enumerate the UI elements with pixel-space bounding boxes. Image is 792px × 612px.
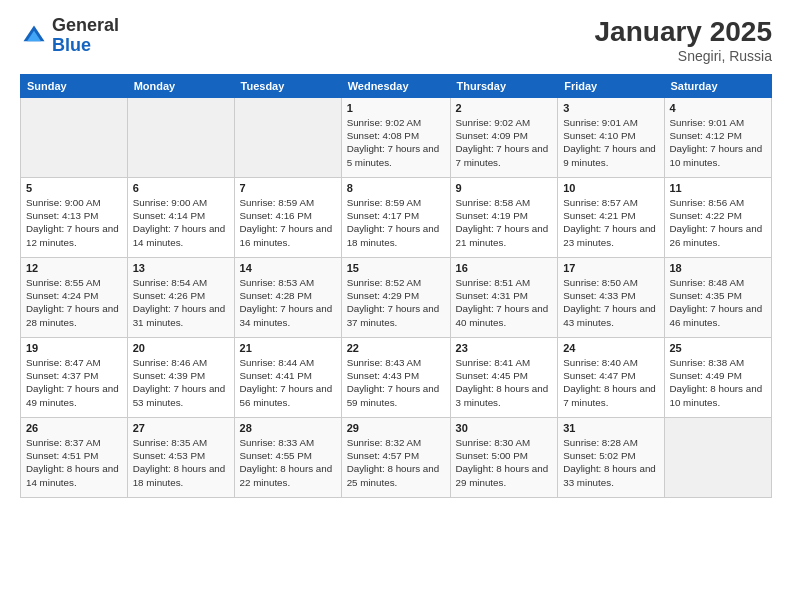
logo-icon	[20, 22, 48, 50]
day-info: Sunrise: 8:52 AM Sunset: 4:29 PM Dayligh…	[347, 276, 445, 329]
calendar-cell: 14Sunrise: 8:53 AM Sunset: 4:28 PM Dayli…	[234, 258, 341, 338]
calendar-cell: 27Sunrise: 8:35 AM Sunset: 4:53 PM Dayli…	[127, 418, 234, 498]
day-number: 3	[563, 102, 658, 114]
calendar-cell: 28Sunrise: 8:33 AM Sunset: 4:55 PM Dayli…	[234, 418, 341, 498]
calendar-cell: 12Sunrise: 8:55 AM Sunset: 4:24 PM Dayli…	[21, 258, 128, 338]
col-thursday: Thursday	[450, 75, 558, 98]
week-row-4: 19Sunrise: 8:47 AM Sunset: 4:37 PM Dayli…	[21, 338, 772, 418]
week-row-5: 26Sunrise: 8:37 AM Sunset: 4:51 PM Dayli…	[21, 418, 772, 498]
day-number: 9	[456, 182, 553, 194]
calendar-cell: 5Sunrise: 9:00 AM Sunset: 4:13 PM Daylig…	[21, 178, 128, 258]
week-row-3: 12Sunrise: 8:55 AM Sunset: 4:24 PM Dayli…	[21, 258, 772, 338]
day-info: Sunrise: 8:30 AM Sunset: 5:00 PM Dayligh…	[456, 436, 553, 489]
day-number: 31	[563, 422, 658, 434]
day-number: 18	[670, 262, 767, 274]
day-number: 16	[456, 262, 553, 274]
day-info: Sunrise: 8:40 AM Sunset: 4:47 PM Dayligh…	[563, 356, 658, 409]
day-number: 23	[456, 342, 553, 354]
day-info: Sunrise: 9:00 AM Sunset: 4:13 PM Dayligh…	[26, 196, 122, 249]
day-number: 6	[133, 182, 229, 194]
col-tuesday: Tuesday	[234, 75, 341, 98]
day-info: Sunrise: 8:41 AM Sunset: 4:45 PM Dayligh…	[456, 356, 553, 409]
day-number: 13	[133, 262, 229, 274]
day-info: Sunrise: 8:38 AM Sunset: 4:49 PM Dayligh…	[670, 356, 767, 409]
calendar-cell: 4Sunrise: 9:01 AM Sunset: 4:12 PM Daylig…	[664, 98, 772, 178]
day-number: 20	[133, 342, 229, 354]
calendar-cell: 2Sunrise: 9:02 AM Sunset: 4:09 PM Daylig…	[450, 98, 558, 178]
day-number: 30	[456, 422, 553, 434]
day-info: Sunrise: 8:58 AM Sunset: 4:19 PM Dayligh…	[456, 196, 553, 249]
day-number: 7	[240, 182, 336, 194]
day-info: Sunrise: 8:48 AM Sunset: 4:35 PM Dayligh…	[670, 276, 767, 329]
day-info: Sunrise: 8:57 AM Sunset: 4:21 PM Dayligh…	[563, 196, 658, 249]
day-number: 25	[670, 342, 767, 354]
day-number: 26	[26, 422, 122, 434]
day-info: Sunrise: 8:54 AM Sunset: 4:26 PM Dayligh…	[133, 276, 229, 329]
calendar-cell: 18Sunrise: 8:48 AM Sunset: 4:35 PM Dayli…	[664, 258, 772, 338]
calendar-cell	[21, 98, 128, 178]
calendar-header-row: Sunday Monday Tuesday Wednesday Thursday…	[21, 75, 772, 98]
day-info: Sunrise: 8:32 AM Sunset: 4:57 PM Dayligh…	[347, 436, 445, 489]
day-number: 17	[563, 262, 658, 274]
day-info: Sunrise: 8:51 AM Sunset: 4:31 PM Dayligh…	[456, 276, 553, 329]
day-info: Sunrise: 9:01 AM Sunset: 4:10 PM Dayligh…	[563, 116, 658, 169]
day-info: Sunrise: 8:33 AM Sunset: 4:55 PM Dayligh…	[240, 436, 336, 489]
logo: General Blue	[20, 16, 119, 56]
day-number: 27	[133, 422, 229, 434]
calendar-cell: 21Sunrise: 8:44 AM Sunset: 4:41 PM Dayli…	[234, 338, 341, 418]
day-number: 12	[26, 262, 122, 274]
calendar-cell: 11Sunrise: 8:56 AM Sunset: 4:22 PM Dayli…	[664, 178, 772, 258]
col-monday: Monday	[127, 75, 234, 98]
day-number: 24	[563, 342, 658, 354]
day-number: 5	[26, 182, 122, 194]
month-title: January 2025	[595, 16, 772, 48]
day-number: 1	[347, 102, 445, 114]
calendar-cell: 9Sunrise: 8:58 AM Sunset: 4:19 PM Daylig…	[450, 178, 558, 258]
col-sunday: Sunday	[21, 75, 128, 98]
day-info: Sunrise: 8:37 AM Sunset: 4:51 PM Dayligh…	[26, 436, 122, 489]
day-info: Sunrise: 9:02 AM Sunset: 4:08 PM Dayligh…	[347, 116, 445, 169]
day-number: 14	[240, 262, 336, 274]
calendar-cell	[234, 98, 341, 178]
calendar-cell: 16Sunrise: 8:51 AM Sunset: 4:31 PM Dayli…	[450, 258, 558, 338]
calendar-cell: 22Sunrise: 8:43 AM Sunset: 4:43 PM Dayli…	[341, 338, 450, 418]
calendar-cell	[664, 418, 772, 498]
calendar-cell: 26Sunrise: 8:37 AM Sunset: 4:51 PM Dayli…	[21, 418, 128, 498]
calendar-cell: 15Sunrise: 8:52 AM Sunset: 4:29 PM Dayli…	[341, 258, 450, 338]
col-wednesday: Wednesday	[341, 75, 450, 98]
day-number: 22	[347, 342, 445, 354]
day-info: Sunrise: 8:56 AM Sunset: 4:22 PM Dayligh…	[670, 196, 767, 249]
day-number: 4	[670, 102, 767, 114]
calendar-cell: 13Sunrise: 8:54 AM Sunset: 4:26 PM Dayli…	[127, 258, 234, 338]
day-info: Sunrise: 8:44 AM Sunset: 4:41 PM Dayligh…	[240, 356, 336, 409]
calendar-cell: 20Sunrise: 8:46 AM Sunset: 4:39 PM Dayli…	[127, 338, 234, 418]
day-number: 21	[240, 342, 336, 354]
calendar-cell: 8Sunrise: 8:59 AM Sunset: 4:17 PM Daylig…	[341, 178, 450, 258]
week-row-1: 1Sunrise: 9:02 AM Sunset: 4:08 PM Daylig…	[21, 98, 772, 178]
calendar-cell	[127, 98, 234, 178]
calendar-cell: 25Sunrise: 8:38 AM Sunset: 4:49 PM Dayli…	[664, 338, 772, 418]
day-info: Sunrise: 8:46 AM Sunset: 4:39 PM Dayligh…	[133, 356, 229, 409]
day-number: 19	[26, 342, 122, 354]
calendar-table: Sunday Monday Tuesday Wednesday Thursday…	[20, 74, 772, 498]
day-info: Sunrise: 9:01 AM Sunset: 4:12 PM Dayligh…	[670, 116, 767, 169]
calendar-cell: 17Sunrise: 8:50 AM Sunset: 4:33 PM Dayli…	[558, 258, 664, 338]
calendar-cell: 23Sunrise: 8:41 AM Sunset: 4:45 PM Dayli…	[450, 338, 558, 418]
day-number: 15	[347, 262, 445, 274]
day-info: Sunrise: 9:00 AM Sunset: 4:14 PM Dayligh…	[133, 196, 229, 249]
day-number: 28	[240, 422, 336, 434]
week-row-2: 5Sunrise: 9:00 AM Sunset: 4:13 PM Daylig…	[21, 178, 772, 258]
day-info: Sunrise: 8:35 AM Sunset: 4:53 PM Dayligh…	[133, 436, 229, 489]
day-info: Sunrise: 8:43 AM Sunset: 4:43 PM Dayligh…	[347, 356, 445, 409]
calendar-cell: 30Sunrise: 8:30 AM Sunset: 5:00 PM Dayli…	[450, 418, 558, 498]
day-info: Sunrise: 8:47 AM Sunset: 4:37 PM Dayligh…	[26, 356, 122, 409]
day-info: Sunrise: 8:59 AM Sunset: 4:17 PM Dayligh…	[347, 196, 445, 249]
day-info: Sunrise: 8:50 AM Sunset: 4:33 PM Dayligh…	[563, 276, 658, 329]
day-number: 29	[347, 422, 445, 434]
day-info: Sunrise: 8:53 AM Sunset: 4:28 PM Dayligh…	[240, 276, 336, 329]
calendar-cell: 19Sunrise: 8:47 AM Sunset: 4:37 PM Dayli…	[21, 338, 128, 418]
calendar-cell: 3Sunrise: 9:01 AM Sunset: 4:10 PM Daylig…	[558, 98, 664, 178]
day-info: Sunrise: 9:02 AM Sunset: 4:09 PM Dayligh…	[456, 116, 553, 169]
calendar-cell: 1Sunrise: 9:02 AM Sunset: 4:08 PM Daylig…	[341, 98, 450, 178]
calendar-cell: 10Sunrise: 8:57 AM Sunset: 4:21 PM Dayli…	[558, 178, 664, 258]
